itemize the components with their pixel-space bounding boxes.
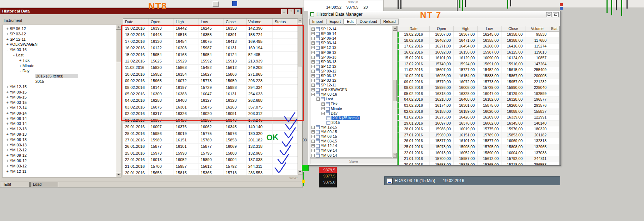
tree-expand-glyph[interactable]: + [5,85,10,90]
tree-expand-box[interactable]: + [311,126,315,129]
tree-expand-box[interactable]: + [311,144,315,147]
tree-expand-glyph[interactable]: + [5,106,10,111]
nt8-instrument-tree[interactable]: +SP 06-12+SP 03-12+SP 12-11+VOLKSWAGEN-Y… [2,25,121,177]
table-row[interactable]: 01.02.201616275,0016426,0016209,0016339,… [398,115,559,121]
tree-expand-glyph[interactable]: + [5,164,10,169]
tree-expand-box[interactable]: + [321,102,325,106]
column-header-low[interactable]: Low [199,19,224,25]
table-row[interactable]: 08.02.201615936,0016008,0015729,0015990,… [398,85,559,91]
column-header-volume[interactable]: Volume [525,26,549,31]
table-row[interactable]: 04.02.201616218,0016408,0016182,0016328,… [398,97,559,103]
column-header-status[interactable]: Status [273,19,297,25]
column-header-stat[interactable]: Stat [549,26,559,31]
nt8-tree-item[interactable]: +SP 03-12 [3,31,116,37]
tree-scrollbar[interactable] [116,25,121,177]
nt7-tree-item[interactable]: +SP 09-14 [310,31,392,36]
nt8-tree-item[interactable]: 2016 (35 items) [3,74,116,79]
nt8-tree-item[interactable]: +YM 06-13 [3,137,116,142]
nt7-tree-item[interactable]: +YM 06-15 [310,134,392,139]
table-row[interactable]: 17.02.201616271,0016454,0016260,0016416,… [398,44,559,50]
toolbar-button-import[interactable]: Import [309,19,326,25]
scroll-down-icon[interactable] [393,153,397,157]
nt8-tree-item[interactable]: +Minute [3,63,116,69]
nt8-tree-item[interactable]: +YM 03-13 [3,142,116,148]
table-row[interactable]: 15.02.201616101,0016129,0016090,0016124,… [398,55,559,61]
table-row[interactable]: 18.02.201616462,0016471,0016355,0016388,… [398,38,559,44]
tree-expand-glyph[interactable]: + [5,132,10,137]
nt8-tree-item[interactable]: +YM 03-14 [3,121,116,126]
tree-expand-glyph[interactable]: + [5,153,10,159]
table-row[interactable]: 12.02.201615740,0015924,0015691,0015916,… [398,61,559,67]
nt7-tree-item[interactable]: +SP 12-13 [310,45,392,50]
tree-expand-glyph[interactable]: - [12,53,16,58]
close-icon[interactable]: × [295,9,301,14]
nt8-tree-item[interactable]: +VOLKSWAGEN [3,42,116,47]
nt8-tree-item[interactable]: +YM 12-14 [3,105,116,111]
column-header-open[interactable]: Open [149,19,174,25]
tree-expand-box[interactable]: + [311,46,315,49]
nt7-tree-item[interactable]: −Day [310,111,392,116]
tree-expand-box[interactable]: + [311,84,315,87]
scroll-up-icon[interactable] [393,26,397,31]
tree-expand-box[interactable]: + [311,51,315,54]
maximize-icon[interactable]: □ [288,9,294,14]
tree-expand-box[interactable]: + [311,130,315,134]
column-header-date[interactable]: Date [398,26,430,31]
nt8-tree-item[interactable]: -Day [3,68,116,74]
nt8-tree-item[interactable]: +YM 09-14 [3,111,116,116]
nt8-tree-item[interactable]: +YM 12-11 [3,169,116,174]
table-row[interactable]: 20.01.201615653,0015815,0015365,0015718,… [398,162,559,165]
tree-expand-box[interactable]: + [311,60,315,64]
tab-edit[interactable]: Edit [2,182,30,187]
tree-expand-glyph[interactable]: + [5,148,10,153]
nt7-tree-item[interactable]: 2015 [310,120,392,125]
nt7-tree-item[interactable]: +YM 03-15 [310,139,392,144]
scrollbar-thumb[interactable] [116,30,121,62]
tree-expand-box[interactable]: + [311,70,315,73]
tree-expand-box[interactable]: − [311,93,315,96]
tree-expand-glyph[interactable]: + [5,90,10,95]
table-row[interactable]: 27.01.201615989,0016151,0015789,0015853,… [398,132,559,139]
nt7-tree-item[interactable]: +YM 09-14 [310,148,392,153]
column-header-high[interactable]: High [174,19,199,25]
tree-expand-glyph[interactable]: + [5,143,10,148]
column-header-date[interactable]: Date [123,19,149,25]
tree-expand-glyph[interactable]: + [5,100,10,106]
tree-expand-glyph[interactable]: + [18,64,23,69]
tab-load[interactable]: Load [30,182,58,187]
tree-expand-box[interactable]: + [311,37,315,40]
nt7-tree-item[interactable]: −YM 03-16 [310,92,392,97]
nt8-tree-item[interactable]: -YM 03-16 [3,47,116,52]
tree-scrollbar[interactable] [393,26,397,158]
tree-expand-glyph[interactable]: + [18,58,23,64]
column-header-close[interactable]: Close [501,26,525,31]
nt8-tree-item[interactable]: +YM 09-15 [3,90,116,95]
tree-expand-box[interactable]: − [316,97,320,101]
table-row[interactable]: 11.02.201615607,0015727,0015452,0015615,… [398,67,559,73]
nt7-tree-item[interactable]: +SP 03-13 [310,60,392,64]
nt7-tree-item[interactable]: +SP 06-13 [310,55,392,60]
minimize-icon[interactable] [546,12,552,17]
tree-expand-glyph[interactable]: + [5,42,10,47]
nt7-instrument-tree[interactable]: +SP 12-14+SP 09-14+SP 06-14+SP 03-14+SP … [310,26,392,158]
toolbar-button-export[interactable]: Export [326,19,344,25]
nt8-tree-item[interactable]: +YM 12-12 [3,147,116,153]
nt7-tree-item[interactable]: +SP 09-13 [310,50,392,55]
tree-expand-box[interactable]: + [311,41,315,45]
nt8-tree-item[interactable]: -Last [3,52,116,58]
nt8-tree-item[interactable]: +YM 09-12 [3,153,116,158]
nt7-tree-item[interactable]: +SP 03-14 [310,41,392,45]
table-row[interactable]: 29.01.201616097,0016376,0016062,0016345,… [398,121,559,127]
tree-expand-box[interactable]: + [311,149,315,152]
nt8-tree-item[interactable]: +YM 06-14 [3,116,116,121]
tree-expand-glyph[interactable]: + [5,137,10,143]
app-icon-small[interactable] [232,1,237,6]
column-header-high[interactable]: High [454,26,478,31]
tree-expand-glyph[interactable]: + [5,95,10,100]
tree-expand-box[interactable]: − [321,112,325,115]
tree-expand-box[interactable]: + [311,27,315,31]
table-row[interactable]: 28.01.201615986,0016019,0015775,0015976,… [398,126,559,132]
tree-expand-box[interactable]: + [311,154,315,157]
nt7-tree-item[interactable]: 2016 (35 items) [310,116,392,120]
toolbar-button-edit[interactable]: Edit [344,19,356,25]
